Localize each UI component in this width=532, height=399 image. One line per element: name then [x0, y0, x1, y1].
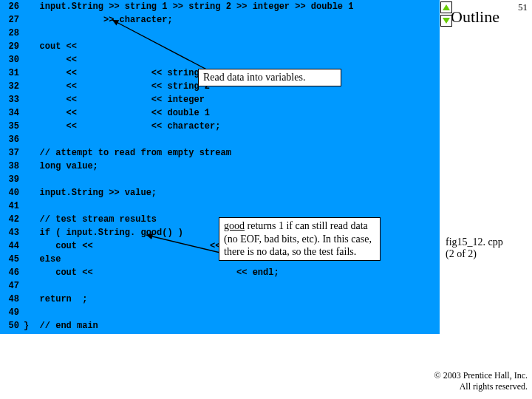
- code-line: 50} // end main: [0, 319, 440, 332]
- code-line: 26 input.String >> string 1 >> string 2 …: [0, 0, 440, 13]
- copyright-line2: All rights reserved.: [434, 381, 528, 393]
- code-text: return ;: [24, 293, 87, 306]
- figure-label-line1: fig15_12. cpp: [446, 236, 503, 248]
- code-text: << << character;: [24, 120, 220, 133]
- code-line: 48 return ;: [0, 293, 440, 306]
- callout-text: returns 1 if can still read data (no EOF…: [224, 220, 372, 257]
- line-number: 38: [0, 160, 24, 173]
- slide-number: 51: [518, 1, 528, 13]
- line-number: 37: [0, 146, 24, 160]
- code-text: << << integer: [24, 93, 205, 106]
- code-line: 27 >> character;: [0, 13, 440, 27]
- code-text: input.String >> value;: [24, 186, 157, 200]
- code-line: 38 long value;: [0, 160, 440, 173]
- code-text: if ( input.String. good() ): [24, 226, 183, 239]
- code-line: 46 cout << << endl;: [0, 266, 440, 279]
- code-line: 47: [0, 279, 440, 293]
- code-text: // test stream results: [24, 213, 157, 226]
- line-number: 50: [0, 319, 24, 332]
- line-number: 49: [0, 306, 24, 319]
- code-panel: 26 input.String >> string 1 >> string 2 …: [0, 0, 440, 334]
- code-line: 49: [0, 306, 440, 319]
- line-number: 32: [0, 80, 24, 93]
- line-number: 26: [0, 0, 24, 13]
- line-number: 28: [0, 27, 24, 40]
- code-line: 37 // attempt to read from empty stream: [0, 146, 440, 160]
- code-text: << << double 1: [24, 106, 210, 120]
- outline-heading: Outline: [451, 7, 499, 27]
- line-number: 36: [0, 133, 24, 146]
- line-number: 40: [0, 186, 24, 200]
- code-line: 40 input.String >> value;: [0, 186, 440, 200]
- code-text: long value;: [24, 160, 98, 173]
- callout-good-keyword: good: [224, 220, 245, 231]
- line-number: 35: [0, 120, 24, 133]
- code-text: >> character;: [24, 13, 173, 27]
- code-line: 35 << << character;: [0, 120, 440, 133]
- code-line: 33 << << integer: [0, 93, 440, 106]
- line-number: 29: [0, 40, 24, 53]
- line-number: 31: [0, 66, 24, 80]
- callout-text: Read data into variables.: [203, 72, 305, 83]
- line-number: 44: [0, 239, 24, 253]
- line-number: 47: [0, 279, 24, 293]
- line-number: 30: [0, 53, 24, 66]
- code-line: 39: [0, 173, 440, 186]
- code-line: 28: [0, 27, 440, 40]
- line-number: 48: [0, 293, 24, 306]
- code-line: 36: [0, 133, 440, 146]
- code-line: 29 cout <<: [0, 40, 440, 53]
- code-line: 41: [0, 200, 440, 213]
- callout-read-data: Read data into variables.: [198, 69, 341, 86]
- code-line: 30 <<: [0, 53, 440, 66]
- code-text: cout << << endl;: [24, 266, 279, 279]
- figure-label-line2: (2 of 2): [446, 248, 503, 260]
- line-number: 45: [0, 253, 24, 266]
- code-text: } // end main: [24, 319, 98, 332]
- line-number: 43: [0, 226, 24, 239]
- line-number: 27: [0, 13, 24, 27]
- figure-label: fig15_12. cpp (2 of 2): [446, 236, 503, 260]
- code-line: 34 << << double 1: [0, 106, 440, 120]
- callout-good-returns: good returns 1 if can still read data (n…: [219, 217, 381, 261]
- code-text: << << string 1: [24, 66, 210, 80]
- line-number: 39: [0, 173, 24, 186]
- copyright-line1: © 2003 Prentice Hall, Inc.: [434, 370, 528, 382]
- code-text: else: [24, 253, 61, 266]
- line-number: 42: [0, 213, 24, 226]
- line-number: 33: [0, 93, 24, 106]
- copyright: © 2003 Prentice Hall, Inc. All rights re…: [434, 370, 528, 393]
- line-number: 34: [0, 106, 24, 120]
- code-text: input.String >> string 1 >> string 2 >> …: [24, 0, 353, 13]
- line-number: 41: [0, 200, 24, 213]
- code-text: // attempt to read from empty stream: [24, 146, 231, 160]
- code-text: cout <<: [24, 40, 77, 53]
- line-number: 46: [0, 266, 24, 279]
- code-text: <<: [24, 53, 77, 66]
- code-text: << << string 2: [24, 80, 210, 93]
